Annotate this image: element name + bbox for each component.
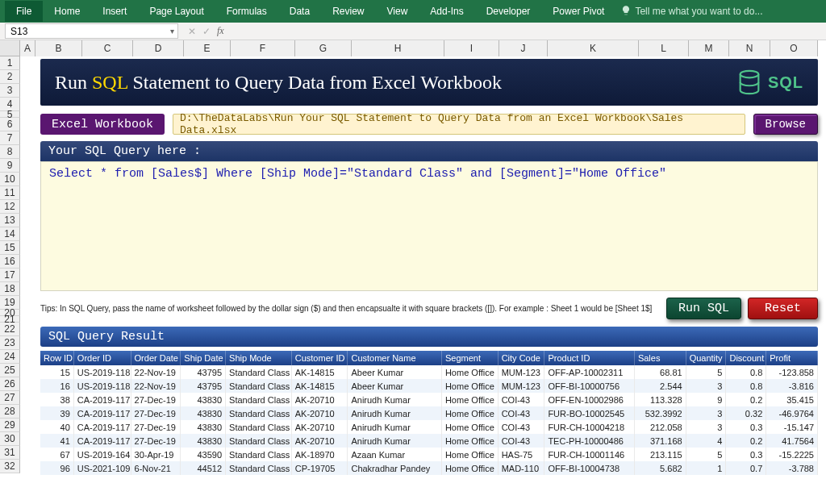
column-header-D[interactable]: D [133, 40, 184, 56]
table-row[interactable]: 41CA-2019-11727-Dec-1943830Standard Clas… [40, 434, 818, 448]
row-header[interactable]: 21 [0, 316, 20, 323]
row-header[interactable]: 3 [0, 84, 20, 98]
ribbon-tab-insert[interactable]: Insert [91, 1, 138, 22]
table-cell: 38 [40, 393, 74, 406]
row-header[interactable]: 18 [0, 282, 20, 296]
table-cell: Home Office [442, 379, 499, 393]
table-row[interactable]: 39CA-2019-11727-Dec-1943830Standard Clas… [40, 406, 818, 420]
ribbon-tab-formulas[interactable]: Formulas [215, 1, 278, 22]
table-row[interactable]: 15US-2019-11822-Nov-1943795Standard Clas… [40, 365, 818, 379]
reset-button[interactable]: Reset [748, 298, 818, 319]
table-header[interactable]: Order Date [131, 351, 181, 365]
row-header[interactable]: 16 [0, 255, 20, 269]
select-all-corner[interactable] [0, 40, 20, 56]
run-sql-button[interactable]: Run SQL [666, 298, 741, 319]
column-header-B[interactable]: B [35, 40, 82, 56]
row-header[interactable]: 24 [0, 350, 20, 364]
row-header[interactable]: 17 [0, 269, 20, 282]
row-header[interactable]: 12 [0, 200, 20, 214]
table-cell: AK-20710 [292, 406, 348, 420]
row-header[interactable]: 26 [0, 377, 20, 391]
row-header[interactable]: 13 [0, 214, 20, 227]
row-header[interactable]: 9 [0, 159, 20, 173]
table-row[interactable]: 16US-2019-11822-Nov-1943795Standard Clas… [40, 379, 818, 393]
table-cell: 0.32 [726, 406, 766, 420]
ribbon-tab-review[interactable]: Review [321, 1, 375, 22]
sql-query-input[interactable]: Select * from [Sales$] Where [Ship Mode]… [40, 161, 818, 291]
table-header[interactable]: Discount [726, 351, 766, 365]
browse-button[interactable]: Browse [753, 114, 818, 135]
row-header[interactable]: 5 [0, 111, 20, 118]
row-header[interactable]: 7 [0, 131, 20, 145]
row-header[interactable]: 31 [0, 446, 20, 460]
column-header-L[interactable]: L [639, 40, 689, 56]
column-header-G[interactable]: G [295, 40, 352, 56]
workbook-path[interactable]: D:\TheDataLabs\Run Your SQL Statement to… [173, 114, 745, 135]
table-row[interactable]: 38CA-2019-11727-Dec-1943830Standard Clas… [40, 393, 818, 406]
table-row[interactable]: 96US-2021-1096-Nov-2144512Standard Class… [40, 461, 818, 475]
table-header[interactable]: Row ID [40, 351, 74, 365]
row-header[interactable]: 2 [0, 70, 20, 84]
row-header[interactable]: 22 [0, 323, 20, 336]
formula-input[interactable] [231, 26, 826, 37]
row-header[interactable]: 29 [0, 419, 20, 432]
ribbon-tab-file[interactable]: File [5, 1, 43, 22]
table-cell: Standard Class [226, 365, 292, 379]
row-header[interactable]: 32 [0, 460, 20, 473]
table-header[interactable]: Ship Mode [226, 351, 292, 365]
row-header[interactable]: 8 [0, 145, 20, 159]
table-header[interactable]: Quantity [686, 351, 727, 365]
table-cell: Home Office [442, 434, 499, 448]
row-header[interactable]: 30 [0, 432, 20, 446]
table-row[interactable]: 40CA-2019-11727-Dec-1943830Standard Clas… [40, 420, 818, 434]
row-header[interactable]: 25 [0, 364, 20, 377]
ribbon-tab-home[interactable]: Home [43, 1, 91, 22]
table-header[interactable]: Sales [635, 351, 686, 365]
row-header[interactable]: 27 [0, 391, 20, 405]
fx-icon[interactable]: fx [217, 25, 224, 37]
row-header[interactable]: 1 [0, 56, 20, 70]
column-header-A[interactable]: A [20, 40, 35, 56]
table-header[interactable]: Segment [442, 351, 499, 365]
column-header-K[interactable]: K [548, 40, 639, 56]
column-header-E[interactable]: E [184, 40, 231, 56]
ribbon-tab-view[interactable]: View [376, 1, 419, 22]
table-header[interactable]: Customer Name [348, 351, 441, 365]
row-header[interactable]: 28 [0, 405, 20, 419]
column-header-H[interactable]: H [352, 40, 444, 56]
row-header[interactable]: 11 [0, 186, 20, 200]
row-header[interactable]: 10 [0, 173, 20, 186]
row-header[interactable]: 14 [0, 227, 20, 241]
row-header[interactable]: 23 [0, 336, 20, 350]
row-header[interactable]: 15 [0, 241, 20, 255]
table-cell: 5.682 [635, 461, 686, 475]
tell-me-search[interactable]: Tell me what you want to do... [620, 5, 762, 19]
ribbon-tab-add-ins[interactable]: Add-Ins [419, 1, 474, 22]
column-header-J[interactable]: J [499, 40, 548, 56]
table-row[interactable]: 67US-2019-16430-Apr-1943590Standard Clas… [40, 448, 818, 461]
table-header[interactable]: Profit [766, 351, 818, 365]
column-header-I[interactable]: I [444, 40, 499, 56]
column-header-N[interactable]: N [729, 40, 770, 56]
column-header-O[interactable]: O [770, 40, 818, 56]
row-header[interactable]: 6 [0, 118, 20, 131]
sql-query-header: Your SQL Query here : [40, 141, 818, 161]
table-header[interactable]: City Code [499, 351, 545, 365]
chevron-down-icon[interactable]: ▾ [167, 27, 177, 35]
table-cell: 0.8 [726, 379, 766, 393]
ribbon-tab-developer[interactable]: Developer [475, 1, 542, 22]
ribbon-tab-page-layout[interactable]: Page Layout [138, 1, 215, 22]
column-header-F[interactable]: F [231, 40, 295, 56]
ribbon-tab-data[interactable]: Data [278, 1, 321, 22]
table-cell: 43830 [181, 434, 226, 448]
table-header[interactable]: Order ID [74, 351, 131, 365]
name-box-input[interactable] [6, 26, 167, 37]
name-box[interactable]: ▾ [5, 23, 178, 39]
table-cell: 22-Nov-19 [131, 365, 181, 379]
ribbon-tab-power-pivot[interactable]: Power Pivot [541, 1, 615, 22]
table-header[interactable]: Ship Date [181, 351, 226, 365]
table-header[interactable]: Customer ID [292, 351, 348, 365]
table-header[interactable]: Product ID [544, 351, 635, 365]
column-header-C[interactable]: C [82, 40, 133, 56]
column-header-M[interactable]: M [689, 40, 729, 56]
